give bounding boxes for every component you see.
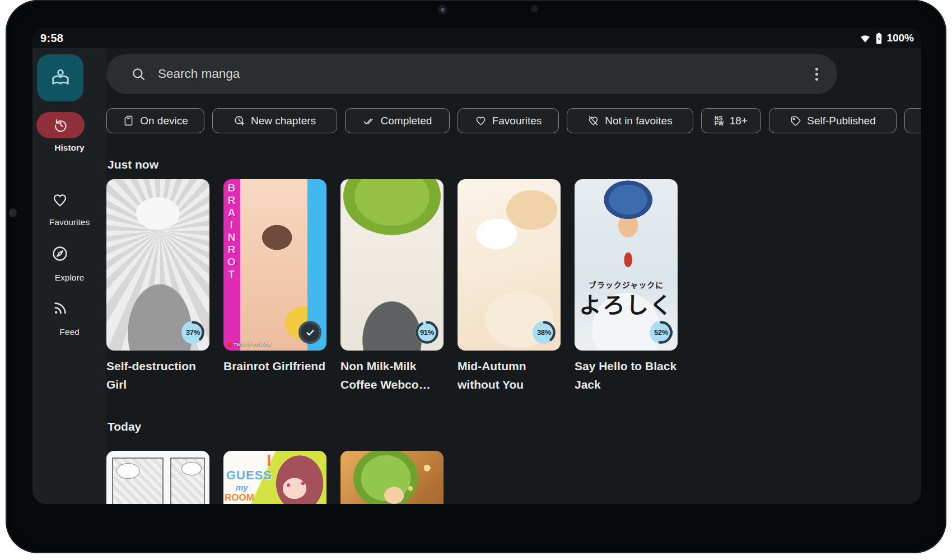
page: 9:58 100% [0,0,952,560]
history-icon [53,118,68,133]
sidebar-label-explore: Explore [32,273,106,283]
manga-title: Self-destruction Girl [106,357,209,394]
sidebar-label-feed: Feed [32,327,106,337]
nsfw-icon: NSFW [715,116,724,126]
cover-text-room: ROOM [225,492,254,503]
manga-card-non-milk-milk-coffee[interactable]: 91% Non Milk-Milk Coffee Webco… [340,179,444,394]
cover-art: I GUESS my ROOM [223,451,326,504]
manga-card-say-hello-to-black-jack[interactable]: ブラックジャックに よろしく 佐藤 秀 52% Say Hello to Bla… [575,179,678,394]
cover-art: 38% [458,179,561,351]
nav-rail: History Favourites Explore Feed [32,48,106,504]
completed-badge [298,321,321,344]
sidebar-label-history: History [32,143,106,153]
cover-text-guess: GUESS [226,468,272,483]
cover-art [106,451,209,504]
check-icon [305,327,316,338]
sd-card-icon [123,115,134,127]
search-placeholder: Search manga [158,67,240,81]
clock: 9:58 [40,32,63,45]
tablet-frame: 9:58 100% [6,0,946,553]
section-title-just-now: Just now [108,158,158,171]
progress-badge: 91% [416,321,438,344]
progress-badge: 38% [533,321,556,344]
speech-bubble [116,463,140,479]
cover-art: 91% [340,179,444,351]
progress-value: 38% [533,321,556,344]
manga-title: Brainrot Girlfriend [223,357,326,375]
sidebar-item-history[interactable] [36,112,85,138]
manga-card-brainrot-girlfriend[interactable]: BRAINROT TWISON COMICS Brainrot Girlfrie… [223,179,326,394]
app-screen: 9:58 100% [32,28,921,504]
chip-new-chapters[interactable]: New chapters [212,108,337,133]
rss-icon[interactable] [53,300,68,316]
heart-off-icon [587,115,599,127]
history-row-just-now: 37% Self-destruction Girl BRAINROT TWISO… [106,179,678,394]
cover-publisher-text: TWISON COMICS [227,342,270,347]
chip-not-in-favourites[interactable]: Not in favoites [567,108,693,133]
manga-title: Say Hello to Black Jack [575,357,678,394]
manga-card-self-destruction-girl[interactable]: 37% Self-destruction Girl [106,179,209,394]
history-row-today: I GUESS my ROOM [106,451,444,504]
chip-partial[interactable] [904,108,921,133]
manga-card-today-3[interactable] [340,451,444,504]
compass-icon[interactable] [51,245,69,263]
status-icons: 100% [859,32,914,45]
sidebar-label-favourites: Favourites [32,217,106,227]
progress-value: 91% [416,321,438,344]
cover-text-my: my [236,483,248,492]
section-title-today: Today [108,420,141,433]
chip-completed[interactable]: Completed [345,108,450,133]
heart-icon[interactable] [52,192,68,208]
chip-label: New chapters [251,115,316,127]
progress-badge: 52% [650,321,673,344]
wifi-icon [859,32,871,44]
double-check-icon [363,115,375,127]
chip-label: Self-Published [807,115,876,127]
manga-card-mid-autumn-without-you[interactable]: 38% Mid-Autumn without You [458,179,561,394]
cover-art: ブラックジャックに よろしく 佐藤 秀 52% [575,179,678,351]
chip-favourites[interactable]: Favourites [458,108,559,133]
chip-on-device[interactable]: On device [106,108,204,133]
progress-value: 37% [181,321,204,344]
search-icon [131,67,146,82]
cover-art [340,451,444,504]
manga-title: Mid-Autumn without You [458,357,561,394]
filter-chip-row: On device New chapters Completed [106,108,921,133]
chip-self-published[interactable]: Self-Published [769,108,897,133]
speech-bubble [181,462,202,475]
app-logo-icon [48,66,73,90]
chip-18-plus[interactable]: NSFW 18+ [701,108,761,133]
cover-text-i: I [267,451,271,470]
progress-badge: 37% [181,321,204,344]
clock-plus-icon [234,115,245,127]
manga-title: Non Milk-Milk Coffee Webco… [340,357,444,394]
overflow-menu-button[interactable] [815,68,818,81]
front-camera [438,5,447,15]
app-logo-button[interactable] [37,54,83,101]
side-button [9,208,17,217]
ambient-sensor [531,5,538,12]
chip-label: On device [140,115,188,127]
cover-art: 37% [106,179,209,351]
progress-value: 52% [650,321,673,344]
chip-label: 18+ [730,115,748,127]
cover-art: BRAINROT TWISON COMICS [223,179,326,351]
comic-panel [112,458,164,504]
cover-side-text: BRAINROT [225,182,237,281]
search-bar[interactable]: Search manga [106,54,837,94]
heart-icon [475,115,487,127]
chip-label: Favourites [492,115,542,127]
manga-card-today-2[interactable]: I GUESS my ROOM [223,451,326,504]
status-bar: 9:58 100% [32,28,921,48]
cover-title-large: よろしく [575,287,678,320]
tag-icon [790,115,801,127]
battery-charging-icon [875,32,883,45]
battery-percent: 100% [886,32,914,44]
chip-label: Completed [381,115,432,127]
chip-label: Not in favoites [605,115,672,127]
manga-card-today-1[interactable] [106,451,209,504]
